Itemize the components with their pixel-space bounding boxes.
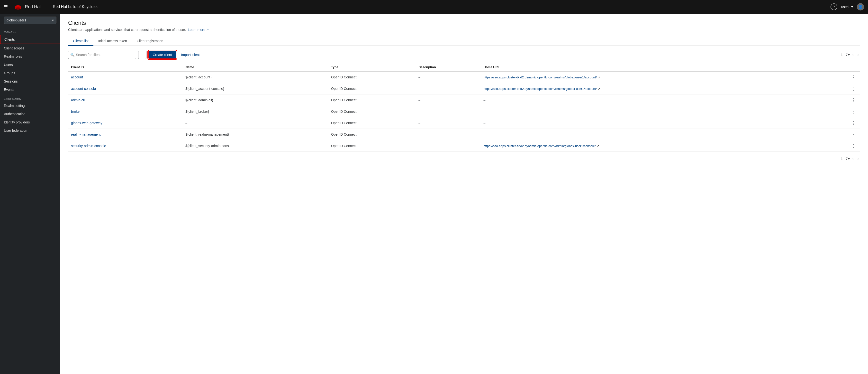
bottom-pagination: 1 - 7 ▾ ‹ › bbox=[68, 152, 860, 162]
client-type-cell: OpenID Connect bbox=[328, 94, 415, 106]
pagination-range: 1 - 7 bbox=[841, 53, 847, 57]
client-type-cell: OpenID Connect bbox=[328, 129, 415, 140]
sidebar-item-realm-roles[interactable]: Realm roles bbox=[0, 52, 60, 61]
brand-name: Red Hat bbox=[25, 4, 41, 9]
username: user1 bbox=[841, 5, 850, 9]
client-actions-cell: ⋮ bbox=[824, 83, 860, 94]
row-menu-button[interactable]: ⋮ bbox=[850, 74, 857, 80]
sidebar-item-identity-providers[interactable]: Identity providers bbox=[0, 118, 60, 126]
client-description-cell: – bbox=[415, 140, 480, 152]
client-actions-cell: ⋮ bbox=[824, 140, 860, 152]
row-menu-button[interactable]: ⋮ bbox=[850, 97, 857, 103]
table-row: admin-cli${client_admin-cli}OpenID Conne… bbox=[68, 94, 860, 106]
tab-clients-list[interactable]: Clients list bbox=[68, 36, 93, 46]
configure-section-label: Configure bbox=[0, 94, 60, 102]
table-row: globex-web-gateway–OpenID Connect––⋮ bbox=[68, 117, 860, 129]
home-url-link[interactable]: https://sso.apps.cluster-tkfd2.dynamic.o… bbox=[484, 76, 597, 79]
col-name: Name bbox=[182, 63, 328, 71]
client-home-url-cell: – bbox=[481, 117, 824, 129]
sidebar-item-client-scopes[interactable]: Client scopes bbox=[0, 44, 60, 52]
main-layout: globex-user1 ▾ Manage Clients Client sco… bbox=[0, 13, 868, 374]
realm-chevron-icon: ▾ bbox=[52, 18, 54, 22]
user-federation-label: User federation bbox=[4, 128, 27, 133]
search-submit-button[interactable]: → bbox=[138, 51, 147, 59]
client-home-url-cell: https://sso.apps.cluster-tkfd2.dynamic.o… bbox=[481, 83, 824, 94]
client-id-cell: realm-management bbox=[68, 129, 182, 140]
row-menu-button[interactable]: ⋮ bbox=[850, 85, 857, 92]
search-box: 🔍 bbox=[68, 51, 136, 59]
user-chevron-icon: ▾ bbox=[851, 5, 853, 9]
client-home-url-cell: – bbox=[481, 129, 824, 140]
home-url-link[interactable]: https://sso.apps.cluster-tkfd2.dynamic.o… bbox=[484, 144, 596, 148]
client-id-link[interactable]: broker bbox=[71, 110, 81, 113]
avatar[interactable]: 👤 bbox=[857, 3, 864, 10]
client-home-url-cell: https://sso.apps.cluster-tkfd2.dynamic.o… bbox=[481, 140, 824, 152]
bottom-pagination-next-button[interactable]: › bbox=[856, 155, 860, 162]
row-menu-button[interactable]: ⋮ bbox=[850, 143, 857, 149]
sidebar-item-clients[interactable]: Clients bbox=[0, 35, 60, 44]
authentication-label: Authentication bbox=[4, 112, 26, 116]
user-menu[interactable]: user1 ▾ bbox=[841, 5, 853, 9]
external-url-icon: ↗ bbox=[598, 87, 600, 91]
bottom-pagination-range: 1 - 7 bbox=[841, 157, 847, 161]
col-home-url: Home URL bbox=[481, 63, 824, 71]
realm-selector[interactable]: globex-user1 ▾ bbox=[0, 13, 60, 27]
sidebar-item-users[interactable]: Users bbox=[0, 61, 60, 69]
client-name-cell: ${client_broker} bbox=[182, 106, 328, 117]
sidebar-item-realm-settings[interactable]: Realm settings bbox=[0, 102, 60, 110]
sidebar-item-user-federation[interactable]: User federation bbox=[0, 126, 60, 135]
tab-initial-access-token[interactable]: Initial access token bbox=[93, 36, 132, 46]
search-input[interactable] bbox=[76, 53, 134, 57]
client-description-cell: – bbox=[415, 129, 480, 140]
sidebar-item-groups[interactable]: Groups bbox=[0, 69, 60, 77]
client-id-link[interactable]: account-console bbox=[71, 87, 96, 91]
table-row: security-admin-console${client_security-… bbox=[68, 140, 860, 152]
client-id-link[interactable]: globex-web-gateway bbox=[71, 121, 102, 125]
hamburger-icon[interactable]: ☰ bbox=[4, 4, 8, 9]
client-id-cell: admin-cli bbox=[68, 94, 182, 106]
row-menu-button[interactable]: ⋮ bbox=[850, 131, 857, 138]
topnav-right: ? user1 ▾ 👤 bbox=[831, 3, 864, 10]
bottom-pagination-prev-button[interactable]: ‹ bbox=[851, 155, 855, 162]
bottom-pagination-chevron-icon: ▾ bbox=[848, 157, 850, 161]
search-icon: 🔍 bbox=[70, 53, 74, 57]
client-id-cell: account bbox=[68, 71, 182, 83]
client-home-url-cell: – bbox=[481, 94, 824, 106]
sidebar-item-events[interactable]: Events bbox=[0, 85, 60, 94]
client-id-link[interactable]: admin-cli bbox=[71, 98, 85, 102]
tab-client-registration[interactable]: Client registration bbox=[132, 36, 168, 46]
client-id-link[interactable]: account bbox=[71, 75, 83, 79]
client-description-cell: – bbox=[415, 117, 480, 129]
client-actions-cell: ⋮ bbox=[824, 94, 860, 106]
client-name-cell: ${client_account-console} bbox=[182, 83, 328, 94]
sidebar-item-authentication[interactable]: Authentication bbox=[0, 110, 60, 118]
events-label: Events bbox=[4, 88, 14, 91]
external-url-icon: ↗ bbox=[598, 76, 600, 79]
client-actions-cell: ⋮ bbox=[824, 106, 860, 117]
row-menu-button[interactable]: ⋮ bbox=[850, 120, 857, 126]
learn-more-text: Learn more bbox=[188, 28, 205, 32]
manage-section-label: Manage bbox=[0, 27, 60, 35]
client-type-cell: OpenID Connect bbox=[328, 71, 415, 83]
create-client-button[interactable]: Create client bbox=[148, 51, 176, 59]
client-id-link[interactable]: security-admin-console bbox=[71, 144, 106, 148]
client-description-cell: – bbox=[415, 94, 480, 106]
table-row: realm-management${client_realm-managemen… bbox=[68, 129, 860, 140]
sidebar-item-sessions[interactable]: Sessions bbox=[0, 77, 60, 85]
learn-more-link[interactable]: Learn more ↗ bbox=[188, 28, 209, 32]
client-id-link[interactable]: realm-management bbox=[71, 133, 100, 136]
import-client-button[interactable]: Import client bbox=[178, 51, 203, 58]
pagination-next-button[interactable]: › bbox=[856, 52, 860, 58]
bottom-pagination-dropdown[interactable]: 1 - 7 ▾ bbox=[841, 157, 850, 161]
client-type-cell: OpenID Connect bbox=[328, 106, 415, 117]
client-type-cell: OpenID Connect bbox=[328, 117, 415, 129]
pagination-prev-button[interactable]: ‹ bbox=[851, 52, 855, 58]
client-home-url-cell: – bbox=[481, 106, 824, 117]
client-actions-cell: ⋮ bbox=[824, 71, 860, 83]
help-button[interactable]: ? bbox=[831, 3, 837, 10]
home-url-link[interactable]: https://sso.apps.cluster-tkfd2.dynamic.o… bbox=[484, 87, 597, 91]
row-menu-button[interactable]: ⋮ bbox=[850, 108, 857, 115]
clients-table: Client ID Name Type Description Home URL… bbox=[68, 63, 860, 152]
pagination-dropdown[interactable]: 1 - 7 ▾ bbox=[841, 53, 850, 57]
realm-dropdown[interactable]: globex-user1 ▾ bbox=[4, 17, 56, 24]
